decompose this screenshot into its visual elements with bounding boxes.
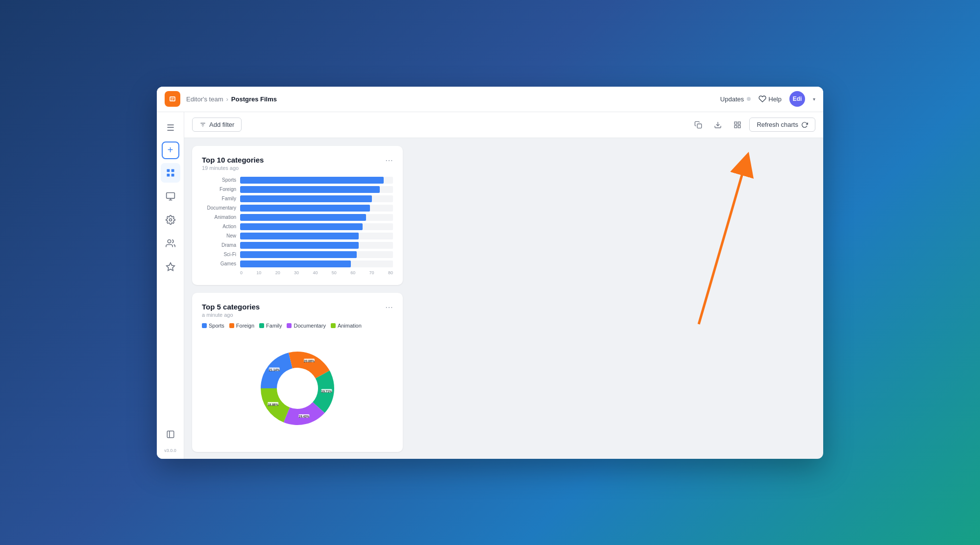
svg-rect-14	[697, 124, 702, 128]
bar-track	[240, 261, 393, 267]
legend-label: Animation	[338, 323, 362, 329]
svg-text:18.86%: 18.86%	[268, 403, 278, 406]
toolbar-right: Refresh charts	[690, 117, 815, 133]
sidebar-item-monitor[interactable]	[161, 187, 180, 206]
toolbar: Add filter Refresh charts	[184, 112, 823, 138]
sidebar-collapse-icon	[166, 430, 175, 439]
legend-dot	[229, 323, 234, 328]
sidebar-collapse-button[interactable]	[161, 425, 180, 444]
chart1-time: 19 minutes ago	[202, 165, 264, 171]
chart1-title: Top 10 categories	[202, 156, 264, 164]
bar-label: Family	[202, 196, 236, 201]
svg-text:21.14%: 21.14%	[269, 368, 280, 372]
bar-track	[240, 251, 393, 258]
header-right: Updates Help Edi ▾	[720, 91, 815, 107]
svg-rect-3	[171, 173, 174, 176]
breadcrumb-team[interactable]: Editor's team	[186, 95, 223, 103]
svg-rect-9	[167, 431, 174, 438]
svg-rect-4	[166, 192, 174, 198]
filter-icon	[199, 121, 206, 128]
bar-label: Animation	[202, 214, 236, 220]
refresh-charts-label: Refresh charts	[757, 121, 798, 128]
refresh-charts-button[interactable]: Refresh charts	[749, 118, 815, 132]
grid-icon	[166, 168, 175, 178]
breadcrumb: Editor's team › Postgres Films	[186, 95, 720, 103]
bar-row: Family	[202, 195, 393, 202]
help-button[interactable]: Help	[759, 95, 782, 103]
legend-item: Documentary	[287, 323, 325, 329]
app-logo	[165, 91, 180, 107]
bar-fill	[240, 223, 363, 230]
bar-fill	[240, 186, 380, 193]
sidebar-item-add[interactable]: +	[162, 142, 179, 159]
charts-area: Top 10 categories 19 minutes ago ⋯ Sport…	[184, 138, 823, 459]
sidebar-item-menu[interactable]: ☰	[161, 118, 180, 138]
sidebar-item-dashboard[interactable]	[161, 163, 180, 183]
legend-dot	[259, 323, 264, 328]
svg-rect-17	[738, 122, 741, 124]
svg-text:20.86%: 20.86%	[304, 359, 315, 363]
bar-row: Foreign	[202, 186, 393, 193]
chevron-down-icon[interactable]: ▾	[813, 96, 815, 102]
svg-rect-1	[171, 169, 174, 172]
app-body: ☰ + v	[157, 112, 823, 459]
bar-row: New	[202, 233, 393, 239]
updates-button[interactable]: Updates	[720, 95, 751, 103]
copy-icon	[694, 121, 702, 129]
bar-fill	[240, 214, 366, 221]
legend-dot	[202, 323, 207, 328]
breadcrumb-current: Postgres Films	[231, 95, 277, 103]
avatar[interactable]: Edi	[789, 91, 805, 107]
sidebar-item-plugins[interactable]	[161, 257, 180, 277]
bar-track	[240, 214, 393, 221]
bar-track	[240, 195, 393, 202]
version-label: v3.0.0	[164, 448, 176, 453]
chart2-more-button[interactable]: ⋯	[385, 303, 393, 312]
charts-area-wrapper: Top 10 categories 19 minutes ago ⋯ Sport…	[184, 138, 823, 459]
pie-chart-svg: 21.14%20.86%19.71%19.43%18.86%	[248, 339, 346, 437]
svg-text:19.43%: 19.43%	[298, 415, 309, 418]
download-icon-button[interactable]	[710, 117, 726, 133]
chart2-time: a minute ago	[202, 312, 260, 318]
bar-label: Action	[202, 224, 236, 229]
legend-label: Foreign	[236, 323, 254, 329]
bar-label: Documentary	[202, 205, 236, 211]
bar-row: Games	[202, 261, 393, 267]
legend-dot	[331, 323, 336, 328]
monitor-icon	[166, 191, 175, 201]
refresh-icon	[801, 121, 808, 128]
bar-fill	[240, 261, 351, 267]
svg-point-7	[169, 218, 172, 221]
bar-track	[240, 186, 393, 193]
bar-track	[240, 223, 393, 230]
help-label: Help	[768, 95, 782, 103]
bar-label: Foreign	[202, 187, 236, 192]
add-filter-label: Add filter	[209, 121, 234, 128]
app-header: Editor's team › Postgres Films Updates H…	[157, 87, 823, 112]
bar-label: Sports	[202, 177, 236, 183]
download-icon	[714, 121, 722, 129]
sidebar-item-people[interactable]	[161, 234, 180, 253]
grid-view-icon-button[interactable]	[730, 117, 745, 133]
legend-item: Animation	[331, 323, 362, 329]
svg-rect-16	[735, 122, 737, 124]
chart1-more-button[interactable]: ⋯	[385, 156, 393, 165]
sidebar-item-settings[interactable]	[161, 210, 180, 230]
breadcrumb-separator: ›	[226, 95, 228, 103]
bar-track	[240, 242, 393, 249]
main-content: Add filter Refresh charts	[184, 112, 823, 459]
svg-rect-0	[167, 169, 170, 172]
legend-item: Sports	[202, 323, 224, 329]
bar-chart: Sports Foreign Family Documentary Animat…	[202, 177, 393, 275]
bar-row: Animation	[202, 214, 393, 221]
copy-icon-button[interactable]	[690, 117, 706, 133]
menu-icon: ☰	[167, 122, 174, 133]
updates-label: Updates	[720, 95, 744, 103]
add-filter-button[interactable]: Add filter	[192, 118, 242, 132]
pie-chart-container: 21.14%20.86%19.71%19.43%18.86%	[202, 334, 393, 442]
heart-icon	[759, 95, 766, 103]
legend-item: Foreign	[229, 323, 254, 329]
svg-text:19.71%: 19.71%	[321, 389, 332, 393]
svg-point-8	[168, 239, 171, 243]
svg-rect-18	[735, 125, 737, 128]
